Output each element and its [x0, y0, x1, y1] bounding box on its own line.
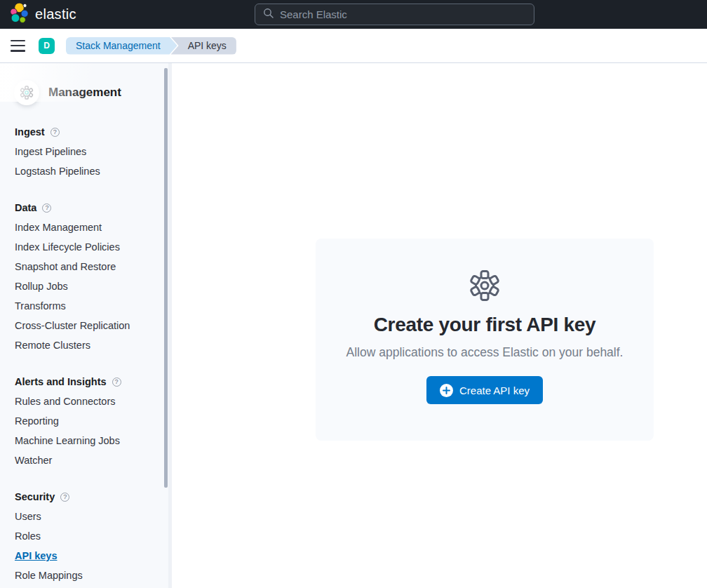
search-icon — [263, 8, 274, 22]
section-heading: Ingest ? — [0, 122, 172, 142]
sidebar-item-role-mappings[interactable]: Role Mappings — [15, 570, 83, 581]
section-heading: Alerts and Insights ? — [0, 372, 172, 392]
help-icon[interactable]: ? — [42, 203, 51, 213]
sidebar-item-index-lifecycle-policies[interactable]: Index Lifecycle Policies — [15, 241, 120, 253]
sidebar-header: Management — [14, 80, 172, 105]
management-app-icon — [14, 80, 39, 105]
help-icon[interactable]: ? — [60, 493, 69, 502]
sidebar-item-users[interactable]: Users — [15, 511, 41, 522]
api-keys-empty-state-panel: Create your first API key Allow applicat… — [316, 239, 654, 441]
elastic-logo[interactable]: elastic — [10, 2, 76, 27]
sidebar-item-cross-cluster-replication[interactable]: Cross-Cluster Replication — [15, 320, 130, 331]
sidebar-item-ingest-pipelines[interactable]: Ingest Pipelines — [15, 146, 86, 157]
breadcrumb-stack-management[interactable]: Stack Management — [66, 37, 177, 55]
sidebar-item-snapshot-and-restore[interactable]: Snapshot and Restore — [15, 261, 116, 272]
sidebar-item-reporting[interactable]: Reporting — [15, 415, 59, 427]
search-placeholder: Search Elastic — [280, 8, 347, 20]
sidebar-item-machine-learning-jobs[interactable]: Machine Learning Jobs — [15, 435, 120, 446]
top-navigation-bar: elastic Search Elastic — [0, 0, 707, 29]
empty-state-description: Allow applications to access Elastic on … — [346, 345, 624, 360]
sidebar-scrollbar[interactable] — [164, 68, 168, 488]
breadcrumb-bar: D Stack Management API keys — [0, 29, 707, 63]
sidebar-item-rollup-jobs[interactable]: Rollup Jobs — [15, 281, 68, 292]
section-heading: Security ? — [0, 487, 172, 507]
global-search-input[interactable]: Search Elastic — [255, 4, 534, 25]
sidebar-item-transforms[interactable]: Transforms — [15, 300, 66, 312]
sidebar-section-data: Data ? Index Management Index Lifecycle … — [0, 198, 172, 355]
menu-hamburger-icon[interactable] — [11, 40, 25, 52]
sidebar-section-security: Security ? Users Roles API keys Role Map… — [0, 487, 172, 585]
management-sidebar: Management Ingest ? Ingest Pipelines Log… — [0, 63, 172, 588]
sidebar-section-alerts: Alerts and Insights ? Rules and Connecto… — [0, 372, 172, 470]
gear-icon — [469, 269, 501, 305]
sidebar-item-logstash-pipelines[interactable]: Logstash Pipelines — [15, 166, 100, 177]
create-api-key-button[interactable]: Create API key — [426, 376, 543, 404]
sidebar-item-watcher[interactable]: Watcher — [15, 455, 52, 466]
create-api-key-button-label: Create API key — [459, 385, 530, 396]
sidebar-item-index-management[interactable]: Index Management — [15, 222, 102, 233]
space-avatar[interactable]: D — [39, 38, 55, 54]
elastic-wordmark: elastic — [35, 6, 76, 22]
section-heading: Data ? — [0, 198, 172, 218]
elastic-logo-icon — [10, 2, 29, 27]
main-content: Create your first API key Allow applicat… — [172, 63, 707, 588]
sidebar-item-api-keys[interactable]: API keys — [15, 550, 57, 561]
plus-circle-icon — [440, 384, 453, 397]
breadcrumb: Stack Management API keys — [66, 37, 236, 55]
sidebar-item-roles[interactable]: Roles — [15, 530, 41, 542]
sidebar-item-remote-clusters[interactable]: Remote Clusters — [15, 340, 90, 351]
help-icon[interactable]: ? — [50, 128, 60, 137]
help-icon[interactable]: ? — [112, 377, 121, 387]
breadcrumb-api-keys: API keys — [171, 37, 236, 55]
sidebar-section-ingest: Ingest ? Ingest Pipelines Logstash Pipel… — [0, 122, 172, 181]
empty-state-title: Create your first API key — [374, 314, 596, 336]
sidebar-title: Management — [48, 86, 121, 100]
sidebar-item-rules-and-connectors[interactable]: Rules and Connectors — [15, 396, 115, 407]
